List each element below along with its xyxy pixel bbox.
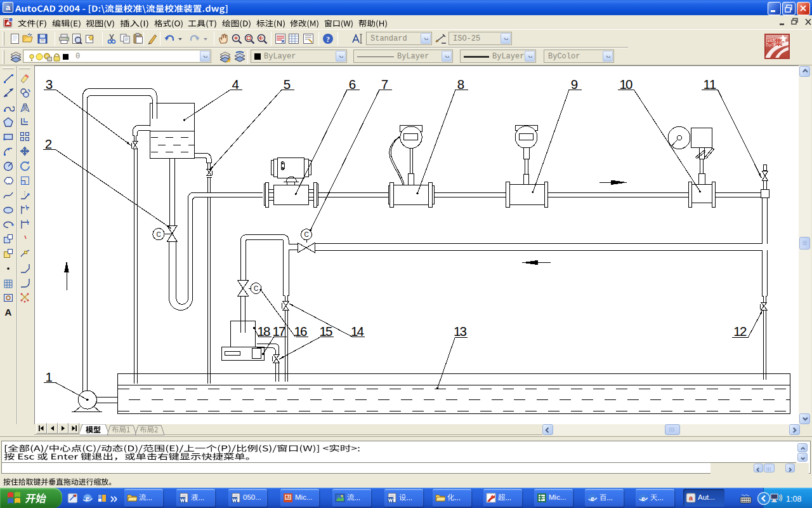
- svg-text:1: 1: [46, 370, 53, 384]
- svg-text:C: C: [304, 231, 308, 238]
- svg-text:16: 16: [294, 324, 308, 338]
- svg-text:A: A: [5, 307, 12, 318]
- svg-text:12: 12: [733, 324, 747, 338]
- svg-text:17: 17: [273, 324, 286, 338]
- svg-text:9: 9: [571, 77, 578, 91]
- svg-text:3: 3: [46, 77, 53, 91]
- svg-text:7: 7: [381, 77, 388, 91]
- svg-text:15: 15: [320, 324, 333, 338]
- svg-text:e: e: [86, 493, 89, 503]
- svg-text:11: 11: [704, 77, 717, 91]
- svg-text:10: 10: [620, 77, 633, 91]
- svg-text:4: 4: [232, 77, 239, 91]
- svg-text:C: C: [156, 231, 160, 238]
- svg-text:8: 8: [457, 77, 464, 91]
- svg-text:13: 13: [454, 324, 467, 338]
- svg-text:2: 2: [45, 137, 52, 151]
- svg-text:e: e: [591, 494, 594, 503]
- svg-text:C: C: [254, 285, 258, 292]
- svg-text:6: 6: [349, 77, 356, 91]
- svg-text:18: 18: [258, 324, 271, 338]
- svg-text:a: a: [689, 494, 693, 502]
- svg-text:5: 5: [284, 77, 291, 91]
- svg-text:14: 14: [351, 324, 364, 338]
- svg-text:e: e: [641, 494, 645, 503]
- svg-text:?: ?: [326, 35, 330, 44]
